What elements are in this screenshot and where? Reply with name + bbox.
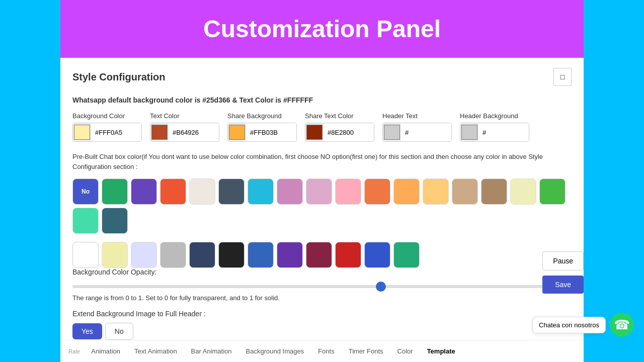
toolbar-animation[interactable]: Animation xyxy=(88,345,123,357)
extend-section: Extend Background Image to Full Header :… xyxy=(72,310,572,340)
swatches-row-1: No xyxy=(72,178,572,234)
section-title: Style Configuration xyxy=(72,71,165,83)
swatch-white[interactable] xyxy=(72,242,99,268)
toolbar-background-images[interactable]: Background Images xyxy=(243,345,307,357)
text-color-text[interactable] xyxy=(169,123,219,141)
swatch-light-pink[interactable] xyxy=(306,178,332,205)
slider-container xyxy=(72,281,572,290)
text-color-swatch[interactable] xyxy=(150,123,169,142)
swatch-royal-blue[interactable] xyxy=(364,242,390,268)
share-text-color-text[interactable] xyxy=(324,123,374,141)
toolbar-fonts[interactable]: Fonts xyxy=(315,345,338,357)
swatch-pale-lime[interactable] xyxy=(102,242,128,268)
swatch-emerald[interactable] xyxy=(393,242,420,268)
whatsapp-icon[interactable]: ☎ xyxy=(610,313,634,337)
no-button[interactable]: No xyxy=(105,323,133,340)
background-color-label: Background Color xyxy=(72,112,142,120)
swatch-no[interactable]: No xyxy=(72,178,99,205)
swatch-blue[interactable] xyxy=(248,242,274,268)
pause-button[interactable]: Pause xyxy=(542,251,584,270)
yes-no-row: Yes No xyxy=(72,323,572,340)
swatch-tan[interactable] xyxy=(452,178,478,205)
header-text-input-row xyxy=(382,123,452,142)
swatch-brown[interactable] xyxy=(481,178,507,205)
text-color-group: Text Color xyxy=(150,112,219,142)
swatch-dark-teal[interactable] xyxy=(102,208,128,234)
toolbar-color[interactable]: Color xyxy=(394,345,416,357)
share-background-input-row xyxy=(227,123,297,142)
toolbar-bar-animation[interactable]: Bar Animation xyxy=(188,345,235,357)
prebuilt-label: Pre-Built Chat box color(if You dont wan… xyxy=(72,152,572,171)
text-color-label: Text Color xyxy=(150,112,219,120)
color-fields-row: Background Color Text Color Share Backgr… xyxy=(72,112,572,142)
share-text-color-group: Share Text Color xyxy=(305,112,374,142)
side-actions: Pause Save xyxy=(542,251,584,294)
swatch-amber[interactable] xyxy=(393,178,420,205)
header-background-group: Header Background xyxy=(460,112,529,142)
background-color-text[interactable] xyxy=(91,123,141,141)
swatch-pale-yellow[interactable] xyxy=(510,178,536,205)
swatch-orange[interactable] xyxy=(364,178,390,205)
whatsapp-chat-widget: Chatea con nosotros ☎ xyxy=(532,313,634,337)
background-color-group: Background Color xyxy=(72,112,142,142)
swatch-bright-green[interactable] xyxy=(539,178,566,205)
swatch-teal-green[interactable] xyxy=(72,208,99,234)
share-text-color-swatch[interactable] xyxy=(305,123,324,142)
share-text-color-input-row xyxy=(305,123,374,142)
content-area: Style Configuration □ Whatsapp default b… xyxy=(60,58,584,355)
header-banner: Customization Panel xyxy=(60,0,584,58)
toolbar-text-animation[interactable]: Text Animation xyxy=(131,345,180,357)
background-color-input-row xyxy=(72,123,142,142)
swatches-row-2 xyxy=(72,242,572,268)
opacity-slider[interactable] xyxy=(72,285,572,288)
swatch-maroon[interactable] xyxy=(306,242,332,268)
swatch-lavender[interactable] xyxy=(131,242,157,268)
header-text-label: Header Text xyxy=(382,112,452,120)
share-background-group: Share Background xyxy=(227,112,297,142)
swatch-black[interactable] xyxy=(218,242,245,268)
header-background-input-row xyxy=(460,123,529,142)
swatch-gray[interactable] xyxy=(160,242,186,268)
page-title: Customization Panel xyxy=(75,15,569,43)
section-header: Style Configuration □ xyxy=(72,68,572,86)
opacity-section: Background Color Opacity: The range is f… xyxy=(72,268,572,302)
swatch-pink-purple[interactable] xyxy=(277,178,303,205)
minimize-button[interactable]: □ xyxy=(553,68,572,86)
header-background-text[interactable] xyxy=(478,123,529,141)
swatch-green[interactable] xyxy=(102,178,128,205)
share-background-text[interactable] xyxy=(246,123,296,141)
share-text-color-label: Share Text Color xyxy=(305,112,374,120)
share-background-label: Share Background xyxy=(227,112,297,120)
swatch-dark-slate[interactable] xyxy=(218,178,245,205)
info-text: Whatsapp default background color is #25… xyxy=(72,96,572,104)
toolbar-template[interactable]: Template xyxy=(424,345,458,357)
swatch-purple[interactable] xyxy=(131,178,157,205)
header-text-text[interactable] xyxy=(401,123,451,141)
toolbar-timer-fonts[interactable]: Timer Fonts xyxy=(346,345,386,357)
header-background-label: Header Background xyxy=(460,112,529,120)
opacity-hint: The range is from 0 to 1. Set to 0 for f… xyxy=(72,294,572,302)
header-text-group: Header Text xyxy=(382,112,452,142)
swatch-cyan[interactable] xyxy=(248,178,274,205)
extend-label: Extend Background Image to Full Header : xyxy=(72,310,572,318)
share-background-swatch[interactable] xyxy=(228,123,246,142)
opacity-label: Background Color Opacity: xyxy=(72,268,572,276)
save-button[interactable]: Save xyxy=(542,276,584,294)
swatch-red-orange[interactable] xyxy=(160,178,186,205)
swatch-crimson[interactable] xyxy=(335,242,361,268)
chat-bubble: Chatea con nosotros xyxy=(532,317,606,333)
swatch-light-beige[interactable] xyxy=(189,178,215,205)
swatch-salmon[interactable] xyxy=(335,178,361,205)
header-text-swatch[interactable] xyxy=(383,123,401,142)
swatch-navy[interactable] xyxy=(189,242,215,268)
header-background-swatch[interactable] xyxy=(460,123,478,142)
background-color-swatch[interactable] xyxy=(73,123,91,142)
swatch-violet[interactable] xyxy=(277,242,303,268)
toolbar-rate-label: Rate xyxy=(68,348,80,354)
swatch-gold[interactable] xyxy=(423,178,449,205)
text-color-input-row xyxy=(150,123,219,142)
yes-button[interactable]: Yes xyxy=(72,323,102,339)
bottom-toolbar: Rate Animation Text Animation Bar Animat… xyxy=(60,340,584,362)
